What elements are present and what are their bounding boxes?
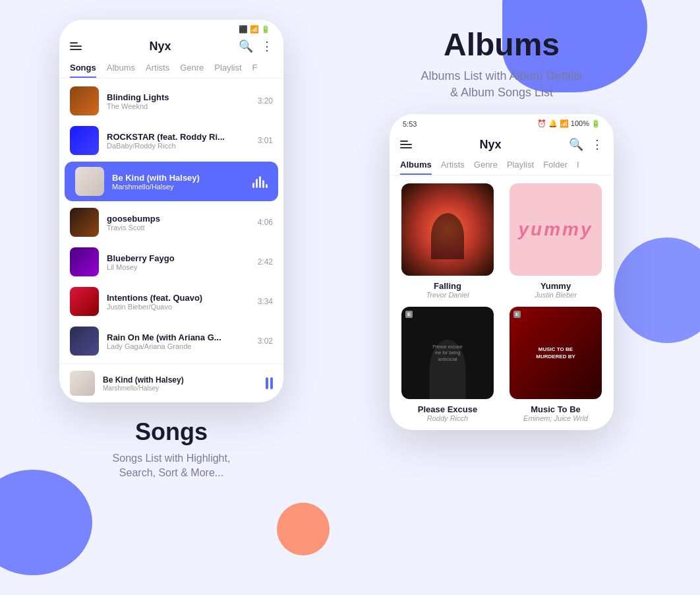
song-artist: Lady Gaga/Ariana Grande [107,342,250,350]
song-thumb-weeknd [70,86,99,115]
hamburger-icon[interactable] [70,42,82,50]
player-artist: Marshmello/Halsey [103,385,258,392]
albums-phone-header: Nyx 🔍 ⋮ [390,131,614,156]
song-item[interactable]: Blinding Lights The Weeknd 3:20 [59,81,283,121]
albums-title: Albums [421,26,582,63]
songs-tabs: Songs Albums Artists Genre Playlist F [59,59,283,78]
song-title: Rain On Me (with Ariana G... [107,332,250,342]
song-duration: 2:42 [258,257,273,266]
explicit-badge-2: E [513,311,521,318]
albums-status-time: 5:53 [403,120,417,128]
song-item[interactable]: ROCKSTAR (feat. Roddy Ri... DaBaby/Roddy… [59,121,283,160]
tab-more[interactable]: F [252,59,258,78]
albums-grid: Falling Trevor Daniel yummy Yummy Justin… [390,175,614,430]
albums-app-title: Nyx [479,138,501,152]
song-thumb-dababy [70,126,99,155]
main-container: ⬛ 📶 🔋 Nyx 🔍 ⋮ Songs Albums [0,0,700,595]
song-item[interactable]: goosebumps Travis Scott 4:06 [59,203,283,242]
songs-section-label: Songs Songs List with Highlight,Search, … [113,418,231,481]
song-thumb-travis [70,208,99,237]
song-info: Be Kind (with Halsey) Marshmello/Halsey [112,173,245,191]
song-artist: The Weeknd [107,102,250,110]
song-info: Blueberry Faygo Lil Mosey [107,253,250,271]
album-title-falling: Falling [434,281,461,291]
songs-subtitle: Songs List with Highlight,Search, Sort &… [113,451,231,481]
albums-hamburger-icon[interactable] [400,141,412,148]
albums-tab-artists[interactable]: Artists [441,156,465,175]
song-artist: DaBaby/Roddy Ricch [107,142,250,150]
song-title: Be Kind (with Halsey) [112,173,245,183]
songs-status-bar: ⬛ 📶 🔋 [59,20,283,36]
albums-status-bar: 5:53 ⏰ 🔔 📶 100% 🔋 [390,114,614,131]
song-info: ROCKSTAR (feat. Roddy Ri... DaBaby/Roddy… [107,132,250,150]
song-duration: 3:20 [258,96,273,106]
songs-title: Songs [113,418,231,446]
albums-status-right: ⏰ 🔔 📶 100% 🔋 [537,119,600,128]
album-title-yummy: Yummy [540,281,571,291]
song-list: Blinding Lights The Weeknd 3:20 ROCKSTAR… [59,78,283,363]
albums-tab-genre[interactable]: Genre [474,156,498,175]
albums-tab-albums[interactable]: Albums [400,156,432,175]
albums-header-icons: 🔍 ⋮ [569,137,603,152]
song-title: Intentions (feat. Quavo) [107,293,250,303]
tab-playlist[interactable]: Playlist [214,59,241,78]
songs-status-icons: ⬛ 📶 🔋 [239,25,270,34]
album-title-please-excuse: Please Excuse [418,404,477,414]
more-icon[interactable]: ⋮ [261,39,273,53]
album-art-music-to-be: MUSIC TO BEMURDERED BY E [510,307,602,399]
song-info: Rain On Me (with Ariana G... Lady Gaga/A… [107,332,250,350]
albums-header: Albums Albums List with Album Details& A… [421,20,582,101]
search-icon[interactable]: 🔍 [239,39,253,53]
album-artist-falling: Trevor Daniel [426,291,469,299]
song-item-active[interactable]: Be Kind (with Halsey) Marshmello/Halsey [65,162,278,201]
album-art-please-excuse: Please excuseme for beingantisocial E [401,307,494,399]
tab-artists[interactable]: Artists [146,59,169,78]
album-title-music-to-be: Music To Be [531,404,581,414]
song-item[interactable]: Blueberry Faygo Lil Mosey 2:42 [59,242,283,282]
album-card-yummy[interactable]: yummy Yummy Justin Bieber [506,183,606,299]
tab-genre[interactable]: Genre [180,59,204,78]
song-duration: 3:34 [258,297,273,306]
tab-songs[interactable]: Songs [70,59,96,78]
song-duration: 3:01 [258,136,273,145]
player-title: Be Kind (with Halsey) [103,375,258,385]
songs-status-right: ⬛ 📶 🔋 [239,25,270,34]
bottom-player: Be Kind (with Halsey) Marshmello/Halsey [59,363,283,402]
albums-tab-playlist[interactable]: Playlist [507,156,534,175]
song-artist: Marshmello/Halsey [112,183,245,191]
albums-phone-mockup: 5:53 ⏰ 🔔 📶 100% 🔋 Nyx 🔍 ⋮ [390,114,614,430]
song-item[interactable]: Intentions (feat. Quavo) Justin Bieber/Q… [59,282,283,321]
song-title: goosebumps [107,214,250,224]
albums-subtitle: Albums List with Album Details& Album So… [421,68,582,101]
albums-more-icon[interactable]: ⋮ [591,137,603,152]
wave-icon [252,175,268,188]
albums-tab-folder[interactable]: Folder [543,156,568,175]
albums-search-icon[interactable]: 🔍 [569,137,583,152]
albums-status-icons: ⏰ 🔔 📶 100% 🔋 [537,119,600,128]
song-artist: Travis Scott [107,224,250,232]
song-thumb-bekind [75,167,104,196]
songs-phone-header: Nyx 🔍 ⋮ [59,36,283,59]
tab-albums[interactable]: Albums [107,59,135,78]
albums-tabs: Albums Artists Genre Playlist Folder I [390,156,614,175]
songs-app-title: Nyx [149,40,171,53]
album-card-music-to-be[interactable]: MUSIC TO BEMURDERED BY E Music To Be Emi… [506,307,606,422]
album-artist-please-excuse: Roddy Ricch [427,414,468,422]
song-duration: 4:06 [258,218,273,227]
album-card-falling[interactable]: Falling Trevor Daniel [397,183,498,299]
song-info: Blinding Lights The Weeknd [107,92,250,110]
song-item[interactable]: Rain On Me (with Ariana G... Lady Gaga/A… [59,321,283,361]
song-thumb-bieber [70,287,99,316]
song-duration: 3:02 [258,336,273,346]
player-info: Be Kind (with Halsey) Marshmello/Halsey [103,375,258,392]
album-artist-yummy: Justin Bieber [535,291,577,299]
left-section: ⬛ 📶 🔋 Nyx 🔍 ⋮ Songs Albums [26,20,316,575]
album-art-falling [401,183,494,276]
pause-button[interactable] [266,377,273,389]
album-artist-music-to-be: Eminem; Juice Wrld [523,414,588,422]
song-title: ROCKSTAR (feat. Roddy Ri... [107,132,250,142]
albums-tab-more[interactable]: I [577,156,579,175]
song-title: Blueberry Faygo [107,253,250,263]
album-card-please-excuse[interactable]: Please excuseme for beingantisocial E Pl… [397,307,498,422]
songs-header-icons: 🔍 ⋮ [239,39,273,53]
